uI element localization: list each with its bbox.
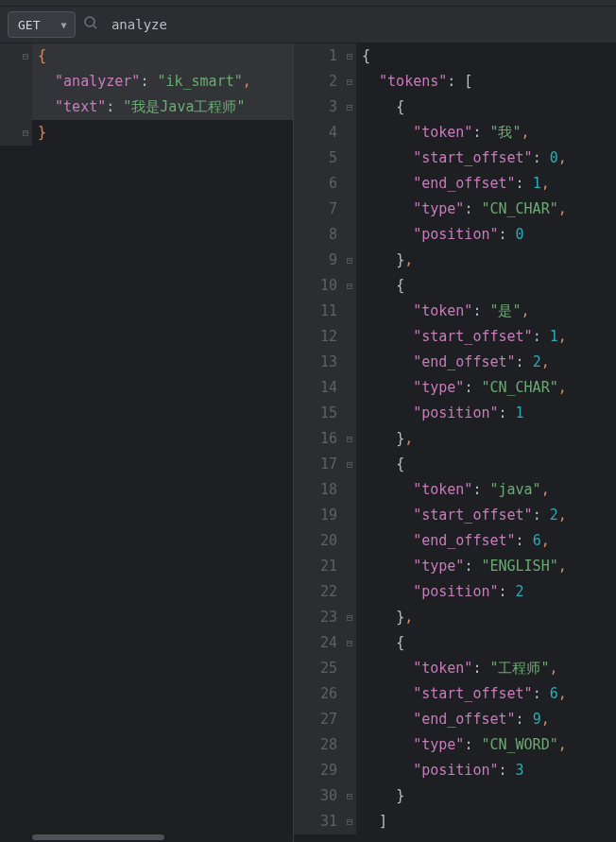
code-line[interactable]: "position": 1 — [356, 401, 616, 426]
fold-icon[interactable]: ⊟ — [347, 77, 353, 87]
line-number: 19 — [294, 503, 343, 528]
code-line[interactable]: { — [356, 43, 616, 69]
code-line[interactable]: "token": "java", — [356, 477, 616, 503]
url-input[interactable] — [104, 17, 608, 32]
code-line[interactable]: "position": 0 — [356, 222, 616, 248]
fold-gutter[interactable] — [343, 222, 356, 248]
fold-icon[interactable]: ⊟ — [347, 459, 353, 470]
code-line[interactable]: "type": "CN_CHAR", — [356, 375, 616, 401]
fold-gutter[interactable] — [343, 171, 356, 197]
code-line[interactable]: "position": 3 — [356, 758, 616, 783]
fold-icon[interactable]: ⊟ — [347, 816, 353, 827]
code-line[interactable]: "end_offset": 9, — [356, 707, 616, 732]
code-line[interactable]: "token": "工程师", — [356, 656, 616, 681]
response-editor[interactable]: 1⊟{2⊟ "tokens": [3⊟ {4 "token": "我",5 "s… — [294, 43, 616, 842]
line-number: 2 — [294, 69, 343, 95]
fold-icon[interactable]: ⊟ — [347, 612, 353, 623]
code-line[interactable]: { — [356, 95, 616, 120]
code-line[interactable]: }, — [356, 426, 616, 452]
code-line[interactable]: "type": "ENGLISH", — [356, 554, 616, 579]
line-number — [0, 120, 19, 146]
code-line[interactable]: "start_offset": 2, — [356, 503, 616, 528]
fold-gutter[interactable] — [343, 656, 356, 681]
code-line[interactable]: ] — [356, 809, 616, 834]
fold-icon[interactable]: ⊟ — [347, 102, 353, 112]
fold-gutter[interactable] — [343, 401, 356, 426]
fold-gutter[interactable]: ⊟ — [343, 605, 356, 630]
fold-gutter[interactable] — [343, 554, 356, 579]
fold-icon[interactable]: ⊟ — [347, 434, 353, 444]
fold-gutter[interactable]: ⊟ — [343, 426, 356, 452]
code-line[interactable]: "start_offset": 1, — [356, 324, 616, 350]
code-line[interactable]: "start_offset": 6, — [356, 681, 616, 707]
code-line[interactable]: "end_offset": 1, — [356, 171, 616, 197]
code-line[interactable]: { — [356, 452, 616, 477]
code-line[interactable]: "end_offset": 6, — [356, 528, 616, 554]
fold-gutter[interactable] — [343, 324, 356, 350]
code-line[interactable]: "token": "我", — [356, 120, 616, 146]
fold-gutter[interactable]: ⊟ — [19, 120, 32, 146]
fold-gutter[interactable] — [343, 528, 356, 554]
fold-gutter[interactable] — [343, 197, 356, 222]
fold-gutter[interactable] — [343, 477, 356, 503]
fold-gutter[interactable]: ⊟ — [343, 69, 356, 95]
code-line[interactable]: "end_offset": 2, — [356, 350, 616, 375]
code-line[interactable]: "token": "是", — [356, 299, 616, 324]
fold-icon[interactable]: ⊟ — [23, 128, 29, 138]
code-line[interactable]: "type": "CN_WORD", — [356, 732, 616, 758]
fold-gutter[interactable] — [343, 758, 356, 783]
editor-area: ⊟{ "analyzer": "ik_smart", "text": "我是Ja… — [0, 43, 616, 842]
code-line[interactable]: } — [356, 783, 616, 809]
code-line[interactable]: "type": "CN_CHAR", — [356, 197, 616, 222]
fold-gutter[interactable]: ⊟ — [343, 43, 356, 69]
code-line[interactable]: }, — [356, 605, 616, 630]
code-line[interactable]: "tokens": [ — [356, 69, 616, 95]
fold-gutter[interactable]: ⊟ — [343, 809, 356, 834]
fold-icon[interactable]: ⊟ — [347, 281, 353, 291]
fold-gutter[interactable] — [19, 95, 32, 120]
fold-gutter[interactable] — [19, 69, 32, 95]
fold-gutter[interactable]: ⊟ — [343, 248, 356, 273]
line-number: 21 — [294, 554, 343, 579]
fold-gutter[interactable]: ⊟ — [19, 43, 32, 69]
code-line[interactable]: { — [32, 43, 293, 69]
horizontal-scrollbar[interactable] — [32, 834, 164, 840]
code-line[interactable]: { — [356, 630, 616, 656]
fold-gutter[interactable]: ⊟ — [343, 783, 356, 809]
code-line[interactable]: "text": "我是Java工程师" — [32, 95, 293, 120]
fold-gutter[interactable]: ⊟ — [343, 273, 356, 299]
fold-gutter[interactable]: ⊟ — [343, 630, 356, 656]
fold-icon[interactable]: ⊟ — [23, 51, 29, 61]
code-line[interactable]: }, — [356, 248, 616, 273]
fold-icon[interactable]: ⊟ — [347, 255, 353, 266]
request-editor[interactable]: ⊟{ "analyzer": "ik_smart", "text": "我是Ja… — [0, 43, 293, 842]
line-number — [0, 43, 19, 69]
fold-gutter[interactable]: ⊟ — [343, 452, 356, 477]
code-line[interactable]: "analyzer": "ik_smart", — [32, 69, 293, 95]
line-number: 12 — [294, 324, 343, 350]
fold-gutter[interactable] — [343, 375, 356, 401]
code-line[interactable]: "position": 2 — [356, 579, 616, 605]
code-line[interactable]: } — [32, 120, 293, 146]
fold-gutter[interactable] — [343, 732, 356, 758]
line-number: 5 — [294, 146, 343, 171]
http-method-select[interactable]: GET ▼ — [8, 11, 76, 38]
fold-gutter[interactable] — [343, 707, 356, 732]
code-line[interactable]: { — [356, 273, 616, 299]
fold-gutter[interactable] — [343, 350, 356, 375]
line-number: 1 — [294, 43, 343, 69]
fold-gutter[interactable]: ⊟ — [343, 95, 356, 120]
fold-icon[interactable]: ⊟ — [347, 51, 353, 61]
code-line[interactable]: "start_offset": 0, — [356, 146, 616, 171]
fold-icon[interactable]: ⊟ — [347, 638, 353, 648]
fold-gutter[interactable] — [343, 681, 356, 707]
line-number — [0, 95, 19, 120]
fold-gutter[interactable] — [343, 299, 356, 324]
fold-gutter[interactable] — [343, 146, 356, 171]
fold-icon[interactable]: ⊟ — [347, 791, 353, 801]
fold-gutter[interactable] — [343, 120, 356, 146]
request-editor-pane: ⊟{ "analyzer": "ik_smart", "text": "我是Ja… — [0, 43, 294, 842]
fold-gutter[interactable] — [343, 503, 356, 528]
http-method-label: GET — [18, 18, 40, 32]
fold-gutter[interactable] — [343, 579, 356, 605]
